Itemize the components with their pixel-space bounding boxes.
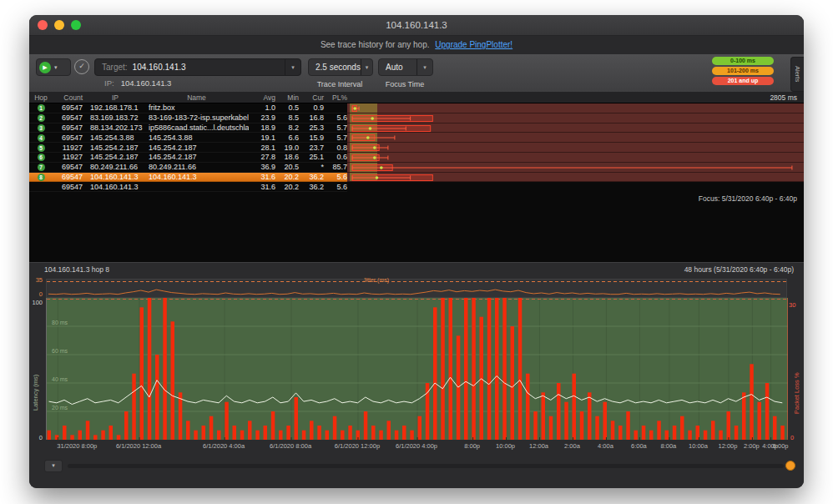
cell-ip: 80.249.211.66 xyxy=(86,163,144,171)
hop-number-badge: 2 xyxy=(38,114,45,122)
table-row[interactable]: 869547104.160.141.3104.160.141.331.620.2… xyxy=(29,173,804,183)
table-row[interactable]: 36954788.134.202.173ip5886caad.static...… xyxy=(29,123,804,134)
trace-graph-cell xyxy=(347,173,804,183)
cell-name: 145.254.2.187 xyxy=(144,153,249,161)
latency-range-bar xyxy=(347,103,804,113)
cell-ip: 192.168.178.1 xyxy=(86,103,144,112)
scrollbar-thumb[interactable] xyxy=(785,461,795,471)
table-row[interactable]: 469547145.254.3.88145.254.3.8819.16.615.… xyxy=(29,133,804,143)
cell-avg: 18.9 xyxy=(249,123,275,132)
latency-range-bar xyxy=(347,153,804,163)
start-trace-button[interactable]: ▶ ▾ xyxy=(36,58,71,76)
cell-avg: 27.8 xyxy=(249,153,275,161)
header-cur[interactable]: Cur xyxy=(299,93,324,102)
header-avg[interactable]: Avg xyxy=(249,93,275,102)
trace-graph-cell xyxy=(347,113,804,123)
timeline-header: 104.160.141.3 hop 8 48 hours (5/31/2020 … xyxy=(29,263,804,278)
cell-ip: 104.160.141.3 xyxy=(86,183,144,191)
header-pl[interactable]: PL% xyxy=(324,93,347,102)
latency-range-bar xyxy=(347,143,804,153)
latency-axis-label: Latency (ms) xyxy=(32,338,39,446)
header-name[interactable]: Name xyxy=(144,93,249,102)
latency-legend: 0-100 ms 101-200 ms 201 and up xyxy=(712,57,774,85)
header-min[interactable]: Min xyxy=(275,93,299,102)
loss-ymax: 30 xyxy=(789,301,795,309)
alerts-tab[interactable]: Alerts xyxy=(790,57,804,92)
jitter-title: Jitter (ms) xyxy=(363,277,389,283)
trace-interval-select[interactable]: 2.5 seconds ▾ xyxy=(308,58,373,76)
trace-graph-cell xyxy=(347,182,804,192)
hop-number-badge: 4 xyxy=(38,134,45,142)
timeline-range-label: 48 hours (5/31/2020 6:40p - 6:40p) xyxy=(684,265,794,278)
close-button[interactable] xyxy=(38,20,48,30)
table-row[interactable]: 611927145.254.2.187145.254.2.18727.818.6… xyxy=(29,153,804,163)
cell-pl: 0.6 xyxy=(324,153,347,161)
cell-ip: 104.160.141.3 xyxy=(86,173,144,181)
ip-readout: IP:104.160.141.3 xyxy=(104,78,171,88)
time-tick-label: 6/1/2020 4:00a xyxy=(203,442,245,450)
cell-name: 104.160.141.3 xyxy=(144,173,249,181)
minimize-button[interactable] xyxy=(54,20,64,30)
time-axis-labels: 31/2020 8:00p6/1/2020 12:00a6/1/2020 4:0… xyxy=(46,442,792,452)
cell-min: 19.0 xyxy=(275,144,299,152)
cell-min: 6.6 xyxy=(275,134,299,142)
header-count[interactable]: Count xyxy=(53,93,86,102)
table-row[interactable]: 169547192.168.178.1fritz.box1.00.50.9 xyxy=(29,103,804,113)
cell-pl: 5.7 xyxy=(324,123,347,132)
legend-red-badge: 201 and up xyxy=(712,77,774,85)
cell-avg: 1.0 xyxy=(249,103,275,112)
hop-number-badge: 1 xyxy=(38,104,45,112)
cell-count: 69547 xyxy=(53,123,86,132)
cell-min: 20.2 xyxy=(275,173,299,181)
cell-min: 0.5 xyxy=(275,103,299,112)
latency-ymax: 100 xyxy=(29,299,43,306)
chevron-down-icon[interactable]: ▾ xyxy=(285,59,300,75)
title-bar: 104.160.141.3 xyxy=(29,15,804,36)
cell-cur: 25.3 xyxy=(299,123,324,132)
hop-number-badge: 8 xyxy=(38,174,45,181)
trace-graph-cell xyxy=(347,163,804,173)
graph-options-dropdown[interactable]: ▾ xyxy=(44,460,63,472)
latency-range-bar xyxy=(347,113,804,123)
cell-count: 69547 xyxy=(53,103,86,112)
hop-number-badge: 5 xyxy=(38,144,45,152)
upgrade-link[interactable]: Upgrade PingPlotter! xyxy=(435,40,512,49)
cell-count: 69547 xyxy=(53,173,86,181)
cell-min: 8.2 xyxy=(275,123,299,132)
time-tick-label: 6/1/2020 8:00a xyxy=(270,442,311,450)
header-hop[interactable]: Hop xyxy=(29,93,53,102)
svg-text:80 ms: 80 ms xyxy=(52,320,68,325)
cell-hop: 4 xyxy=(29,134,53,142)
legend-green-badge: 0-100 ms xyxy=(712,57,774,65)
chevron-down-icon: ▾ xyxy=(416,59,432,75)
table-row[interactable]: 511927145.254.2.187145.254.2.18728.119.0… xyxy=(29,143,804,153)
chevron-down-icon[interactable]: ▾ xyxy=(54,64,58,71)
time-tick-label: 6/1/2020 12:00a xyxy=(116,442,161,450)
target-value: 104.160.141.3 xyxy=(133,63,285,72)
timeline-scrollbar[interactable] xyxy=(68,464,784,468)
cell-name: fritz.box xyxy=(144,103,249,112)
table-row[interactable]: 76954780.249.211.6680.249.211.6636.920.5… xyxy=(29,163,804,173)
zoom-button[interactable] xyxy=(71,20,81,30)
focus-time-select[interactable]: Auto ▾ xyxy=(378,58,433,76)
latency-loss-plot[interactable]: 80 ms60 ms40 ms20 ms xyxy=(46,298,788,440)
time-tick-label: 2:00p xyxy=(744,442,760,450)
time-tick-label: 6/1/2020 12:00p xyxy=(335,442,380,450)
loss-axis-label: Packet Loss % xyxy=(793,336,800,450)
target-combobox[interactable]: Target: 104.160.141.3 ▾ xyxy=(94,58,301,76)
confirm-target-button[interactable]: ✓ xyxy=(74,59,89,74)
promo-bar: See trace history for any hop. Upgrade P… xyxy=(29,36,804,54)
cell-hop: 3 xyxy=(29,123,53,132)
cell-ip: 83.169.183.72 xyxy=(86,113,144,122)
svg-text:40 ms: 40 ms xyxy=(52,376,68,382)
time-tick-label: 12:00p xyxy=(718,442,737,450)
time-tick-label: 6:00a xyxy=(631,442,647,450)
cell-name: 83-169-183-72-isp.superkabel.de xyxy=(144,113,249,122)
cell-count: 69547 xyxy=(53,183,86,191)
cell-min: 20.2 xyxy=(275,183,299,191)
table-row[interactable]: 26954783.169.183.7283-169-183-72-isp.sup… xyxy=(29,113,804,123)
cell-cur: 15.9 xyxy=(299,134,324,142)
header-ip[interactable]: IP xyxy=(86,93,144,102)
timeline-panel: 104.160.141.3 hop 8 48 hours (5/31/2020 … xyxy=(29,262,804,488)
cell-cur: 0.9 xyxy=(299,103,324,112)
